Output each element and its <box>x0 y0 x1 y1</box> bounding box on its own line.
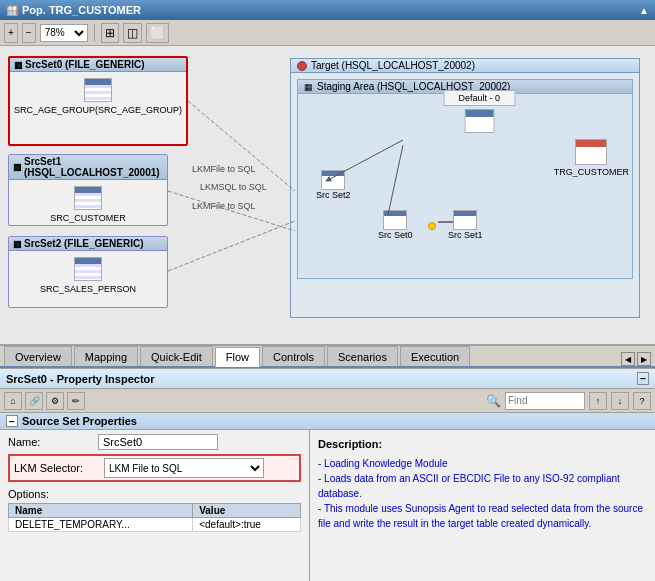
staging-srcset0-node: Src Set0 <box>378 210 413 240</box>
staging-srcset1-icon <box>453 210 477 230</box>
srcset2-node-label: SRC_SALES_PERSON <box>40 284 136 294</box>
property-content: Name: SrcSet0 LKM Selector: LKM File to … <box>0 430 655 581</box>
srcset1-content: SRC_CUSTOMER <box>9 180 167 229</box>
zoom-selector[interactable]: 78% 100% 50% <box>40 24 88 42</box>
binoculars-icon: 🔍 <box>486 394 501 408</box>
options-row-1[interactable]: DELETE_TEMPORARY... <default>:true <box>9 518 301 532</box>
fit-btn-3[interactable]: ⬜ <box>146 23 169 43</box>
options-col-value: Value <box>193 504 301 518</box>
lkm-selector[interactable]: LKM File to SQL LKM SQL to SQL LKM File … <box>104 458 264 478</box>
lkm-connector-3: LKMSQL to SQL <box>200 182 267 192</box>
description-line-1: - Loading Knowledge Module <box>318 456 647 471</box>
staging-area: ▦ Staging Area (HSQL_LOCALHOST_20002) De… <box>297 79 633 279</box>
find-input[interactable] <box>505 392 585 410</box>
srcset2-table-icon <box>74 257 102 281</box>
property-inspector-collapse[interactable]: − <box>637 372 649 385</box>
nav-up-btn[interactable]: ↑ <box>589 392 607 410</box>
srcset0-title: ▦ SrcSet0 (FILE_GENERIC) <box>10 58 186 72</box>
svg-line-1 <box>388 145 403 215</box>
default-table-icon <box>464 109 494 133</box>
staging-srcset2-label: Src Set2 <box>316 190 351 200</box>
property-toolbar: ⌂ 🔗 ⚙ ✏ 🔍 ↑ ↓ ? <box>0 389 655 413</box>
name-row: Name: SrcSet0 <box>8 434 301 450</box>
name-value: SrcSet0 <box>98 434 218 450</box>
target-title: Target (HSQL_LOCALHOST_20002) <box>291 59 639 73</box>
name-label: Name: <box>8 436 98 448</box>
tab-quick-edit[interactable]: Quick-Edit <box>140 346 213 366</box>
options-table: Name Value DELETE_TEMPORARY... <default>… <box>8 503 301 532</box>
svg-line-3 <box>188 101 295 191</box>
section-collapse-btn[interactable]: − <box>6 415 18 427</box>
options-col-name: Name <box>9 504 193 518</box>
property-left-panel: Name: SrcSet0 LKM Selector: LKM File to … <box>0 430 310 581</box>
options-row-1-value: <default>:true <box>193 518 301 532</box>
prop-gear-btn[interactable]: ⚙ <box>46 392 64 410</box>
zoom-out-btn[interactable]: − <box>22 23 36 43</box>
trg-customer-icon <box>575 139 607 165</box>
options-row-1-name: DELETE_TEMPORARY... <box>9 518 193 532</box>
srcset1-table-icon <box>74 186 102 210</box>
tabs-right-arrow[interactable]: ▶ <box>637 352 651 366</box>
tab-scenarios[interactable]: Scenarios <box>327 346 398 366</box>
window-title: Pop. TRG_CUSTOMER <box>22 4 141 16</box>
lkm-selector-row: LKM Selector: LKM File to SQL LKM SQL to… <box>8 454 301 482</box>
tabs-left-arrow[interactable]: ◀ <box>621 352 635 366</box>
zoom-in-btn[interactable]: + <box>4 23 18 43</box>
tab-controls[interactable]: Controls <box>262 346 325 366</box>
prop-link-btn[interactable]: 🔗 <box>25 392 43 410</box>
target-area: Target (HSQL_LOCALHOST_20002) ▦ Staging … <box>290 58 640 318</box>
description-title: Description: <box>318 436 647 453</box>
tab-flow[interactable]: Flow <box>215 347 260 367</box>
svg-line-5 <box>168 221 295 271</box>
srcset1-node-label: SRC_CUSTOMER <box>50 213 125 223</box>
trg-customer-label: TRG_CUSTOMER <box>554 167 629 177</box>
tab-execution[interactable]: Execution <box>400 346 470 366</box>
srcset0-box[interactable]: ▦ SrcSet0 (FILE_GENERIC) SRC_AGE_GROUP(S… <box>8 56 188 146</box>
nav-down-btn[interactable]: ↓ <box>611 392 629 410</box>
options-label: Options: <box>8 488 301 500</box>
description-line-3: - This module uses Sunopsis Agent to rea… <box>318 501 647 531</box>
srcset2-content: SRC_SALES_PERSON <box>9 251 167 300</box>
tabs-bar: Overview Mapping Quick-Edit Flow Control… <box>0 346 655 368</box>
fit-btn-1[interactable]: ⊞ <box>101 23 119 43</box>
srcset2-box[interactable]: ▦ SrcSet2 (FILE_GENERIC) SRC_SALES_PERSO… <box>8 236 168 308</box>
default-box: Default - 0 <box>444 90 516 106</box>
find-area: 🔍 ↑ ↓ ? <box>486 392 651 410</box>
property-right-panel: Description: - Loading Knowledge Module … <box>310 430 655 581</box>
staging-srcset1-label: Src Set1 <box>448 230 483 240</box>
prop-edit-btn[interactable]: ✏ <box>67 392 85 410</box>
staging-srcset2-icon <box>321 170 345 190</box>
srcset2-title: ▦ SrcSet2 (FILE_GENERIC) <box>9 237 167 251</box>
lkm-connector-2: LKMFile to SQL <box>192 201 256 211</box>
trg-customer-box: TRG_CUSTOMER <box>554 139 629 177</box>
section-title: Source Set Properties <box>22 415 137 427</box>
staging-srcset0-icon <box>383 210 407 230</box>
srcset1-box[interactable]: ▦ SrcSet1 (HSQL_LOCALHOST_20001) SRC_CUS… <box>8 154 168 226</box>
srcset0-content: SRC_AGE_GROUP(SRC_AGE_GROUP) <box>10 72 186 121</box>
diagram-canvas: ▦ SrcSet0 (FILE_GENERIC) SRC_AGE_GROUP(S… <box>0 46 655 346</box>
tabs-navigation: ◀ ▶ <box>621 352 651 366</box>
target-circle-icon <box>297 61 307 71</box>
diagram-toolbar: + − 78% 100% 50% ⊞ ◫ ⬜ <box>0 20 655 46</box>
tab-mapping[interactable]: Mapping <box>74 346 138 366</box>
srcset0-table-icon <box>84 78 112 102</box>
srcset1-title: ▦ SrcSet1 (HSQL_LOCALHOST_20001) <box>9 155 167 180</box>
svg-line-4 <box>168 191 295 231</box>
staging-icon: ▦ <box>304 82 313 92</box>
staging-srcset1-node: Src Set1 <box>448 210 483 240</box>
connection-dot <box>428 222 436 230</box>
property-inspector-title: SrcSet0 - Property Inspector <box>6 373 155 385</box>
property-inspector-panel: SrcSet0 - Property Inspector − ⌂ 🔗 ⚙ ✏ 🔍… <box>0 368 655 581</box>
fit-btn-2[interactable]: ◫ <box>123 23 142 43</box>
source-set-properties-header: − Source Set Properties <box>0 413 655 430</box>
property-inspector-header: SrcSet0 - Property Inspector − <box>0 369 655 389</box>
lkm-label: LKM Selector: <box>14 462 104 474</box>
description-line-2: - Loads data from an ASCII or EBCDIC Fil… <box>318 471 647 501</box>
title-bar: 🪟 Pop. TRG_CUSTOMER ▲ <box>0 0 655 20</box>
staging-srcset2-node: Src Set2 <box>316 170 351 200</box>
prop-home-btn[interactable]: ⌂ <box>4 392 22 410</box>
tab-overview[interactable]: Overview <box>4 346 72 366</box>
help-btn[interactable]: ? <box>633 392 651 410</box>
staging-srcset0-label: Src Set0 <box>378 230 413 240</box>
maximize-btn[interactable]: ▲ <box>639 5 649 16</box>
